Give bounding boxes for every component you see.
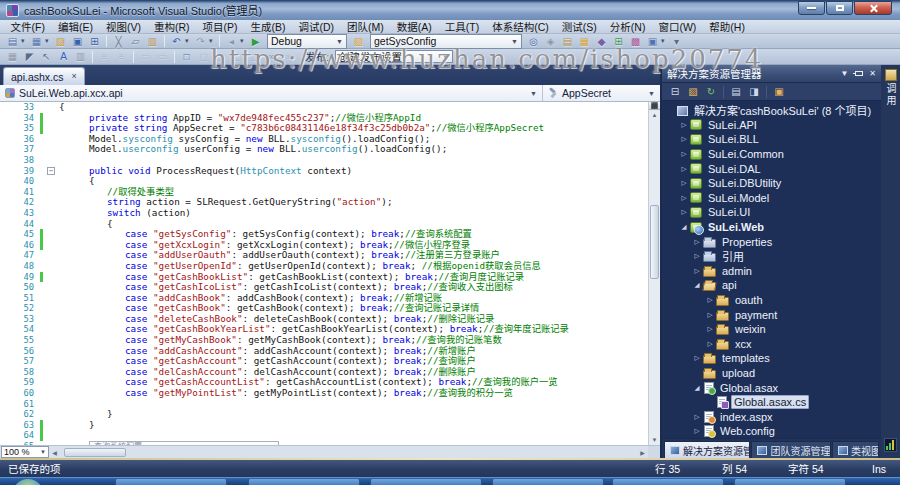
tree-item[interactable]: Global.asax.cs xyxy=(662,395,881,410)
horizontal-scroll-thumb[interactable] xyxy=(64,448,126,457)
menu-item[interactable]: 团队(M) xyxy=(341,19,391,34)
collapsed-arrow-icon[interactable]: ▷ xyxy=(679,194,689,202)
view-designer-icon[interactable]: ◨ xyxy=(746,85,762,99)
menu-item[interactable]: 文件(F) xyxy=(4,19,51,34)
solution-explorer-icon[interactable]: ▤ xyxy=(560,35,575,48)
menu-item[interactable]: 编辑(E) xyxy=(51,19,99,34)
task-bubble-icon[interactable]: ◻ xyxy=(230,50,245,63)
tree-item[interactable]: upload xyxy=(662,366,881,381)
menu-item[interactable]: 分析(N) xyxy=(603,19,652,34)
solution-explorer-titlebar[interactable]: 解决方案资源管理器 ▼ ✕ xyxy=(662,65,881,83)
menu-item[interactable]: 调试(D) xyxy=(292,19,341,34)
start-page-icon[interactable]: ▩ xyxy=(628,35,643,48)
tree-item[interactable]: ▷xcx xyxy=(662,337,881,352)
collapsed-arrow-icon[interactable]: ▷ xyxy=(679,150,689,158)
tree-item[interactable]: ▷Properties xyxy=(662,234,881,249)
collapsed-arrow-icon[interactable]: ▷ xyxy=(692,427,702,435)
navigate-icon[interactable]: ▥ xyxy=(73,50,88,63)
menu-item[interactable]: 重构(R) xyxy=(147,19,196,34)
menu-item[interactable]: 项目(P) xyxy=(196,19,244,34)
restore-button[interactable] xyxy=(826,1,853,15)
navigate-back-icon-dropdown[interactable]: ▾ xyxy=(240,37,247,45)
unlink-icon[interactable]: ∞ xyxy=(281,50,296,63)
add-item-icon-dropdown[interactable]: ▾ xyxy=(45,37,52,45)
collapsed-arrow-icon[interactable]: ▷ xyxy=(692,267,702,275)
collapsed-arrow-icon[interactable]: ▷ xyxy=(679,179,689,187)
publish-profile-combo[interactable]: 创建发布设置 ▼ xyxy=(335,50,453,63)
collapsed-arrow-icon[interactable]: ▷ xyxy=(679,135,689,143)
find-symbol-icon[interactable]: ◈ xyxy=(543,35,558,48)
cut-icon[interactable]: ╳ xyxy=(111,35,126,48)
publish-settings-icon[interactable]: ✳ xyxy=(474,50,489,63)
close-panel-icon[interactable]: ✕ xyxy=(869,69,876,78)
solution-tree[interactable]: 解决方案'cashBookSuLei' (8 个项目)▷SuLei.API▷Su… xyxy=(662,101,881,438)
tree-item[interactable]: 解决方案'cashBookSuLei' (8 个项目) xyxy=(662,103,881,118)
collapsed-arrow-icon[interactable]: ▷ xyxy=(679,165,689,173)
open-file-icon[interactable]: ▨ xyxy=(53,35,68,48)
menu-item[interactable]: 工具(T) xyxy=(438,19,485,34)
zoom-combo[interactable]: 100 % ▼ xyxy=(1,446,49,458)
tree-item[interactable]: ▷index.aspx xyxy=(662,409,881,424)
start-debug-icon[interactable]: ▶ xyxy=(248,35,263,48)
scroll-down-icon[interactable]: ▼ xyxy=(649,435,660,445)
tree-item[interactable]: ▷admin xyxy=(662,264,881,279)
tree-item[interactable]: ▷templates xyxy=(662,351,881,366)
redo-icon[interactable]: ↷ xyxy=(193,35,208,48)
taskbar-button[interactable] xyxy=(115,479,227,485)
collapsed-arrow-icon[interactable]: ▷ xyxy=(692,354,702,362)
collapsed-arrow-icon[interactable]: ▷ xyxy=(705,311,715,319)
code-line[interactable]: 42string action = SLRequest.GetQueryStri… xyxy=(0,197,648,208)
tab-close-icon[interactable]: × xyxy=(72,72,77,81)
code-line[interactable]: 35private string AppSecret = "c783b6c084… xyxy=(0,123,648,134)
show-all-files-icon[interactable]: ▧ xyxy=(685,85,701,99)
menu-item[interactable]: 窗口(W) xyxy=(652,19,703,34)
tree-item[interactable]: ▷SuLei.BLL xyxy=(662,132,881,147)
tree-item[interactable]: ▷SuLei.UI xyxy=(662,205,881,220)
expanded-arrow-icon[interactable]: ◢ xyxy=(679,223,689,231)
menu-item[interactable]: 数据(A) xyxy=(390,19,438,34)
collapsed-arrow-icon[interactable]: ▷ xyxy=(692,238,702,246)
uncomment-icon[interactable]: ▭ xyxy=(155,50,170,63)
code-line[interactable]: 36Model.sysconfig sysConfig = new BLL.sy… xyxy=(0,134,648,145)
tree-item[interactable]: ◢SuLei.Web xyxy=(662,220,881,235)
debug-configuration-combo[interactable]: Debug ▼ xyxy=(267,34,347,49)
undo-icon-dropdown[interactable]: ▾ xyxy=(185,37,192,45)
select-mode-icon[interactable]: ↖ xyxy=(39,50,54,63)
collapsed-arrow-icon[interactable]: ▷ xyxy=(679,208,689,216)
vertical-scrollbar[interactable]: ⬛ ▲ ▼ xyxy=(648,102,660,445)
code-line[interactable]: 57case "getCashAccount": getCashAccount(… xyxy=(0,356,648,367)
save-icon[interactable]: ▣ xyxy=(70,35,85,48)
tree-item[interactable]: ▷引用 xyxy=(662,249,881,264)
view-code-icon[interactable]: ▤ xyxy=(728,85,744,99)
code-line[interactable]: 33{ xyxy=(0,102,648,113)
code-line[interactable]: 38 xyxy=(0,155,648,166)
tree-item[interactable]: ▷Web.config xyxy=(662,424,881,438)
undo-icon[interactable]: ↶ xyxy=(169,35,184,48)
code-line[interactable]: 50case "getCashIcoList": getCashIcoList(… xyxy=(0,282,648,293)
vertical-scroll-track[interactable] xyxy=(649,120,660,435)
taskbar-button[interactable] xyxy=(734,479,846,485)
redo-icon-dropdown[interactable]: ▾ xyxy=(209,37,216,45)
taskbar-button[interactable] xyxy=(248,479,360,485)
code-line[interactable]: 44{ xyxy=(0,219,648,230)
splitter-handle[interactable]: ⬛ xyxy=(649,102,660,110)
code-line[interactable]: 40{ xyxy=(0,176,648,187)
collapsed-arrow-icon[interactable]: ▷ xyxy=(679,121,689,129)
deploy-icon[interactable]: ▸ xyxy=(457,50,472,63)
scroll-up-icon[interactable]: ▲ xyxy=(649,110,660,120)
menu-item[interactable]: 帮助(H) xyxy=(703,19,752,34)
code-line[interactable]: 46case "getXcxLogin": getXcxLogin(contex… xyxy=(0,240,648,251)
code-line[interactable]: 64 xyxy=(0,430,648,441)
pointer-icon[interactable]: ◤ xyxy=(22,50,37,63)
increase-indent-icon[interactable]: ≡ xyxy=(114,50,129,63)
code-line[interactable]: 52case "getCashBook": getCashBook(contex… xyxy=(0,303,648,314)
code-line[interactable]: 34private string AppID = "wx7de948fec455… xyxy=(0,113,648,124)
taskbar-button[interactable] xyxy=(612,479,724,485)
menu-item[interactable]: 视图(V) xyxy=(99,19,147,34)
code-line[interactable]: 60case "getMyPointList": getMyPointList(… xyxy=(0,388,648,399)
panel-tab[interactable]: 团队资源管理器 xyxy=(751,441,831,458)
code-line[interactable]: 59case "getCashAccountList": getCashAcco… xyxy=(0,377,648,388)
comment-icon[interactable]: ▭ xyxy=(138,50,153,63)
menu-item[interactable]: 测试(S) xyxy=(555,19,603,34)
review-bubble-icon[interactable]: ◻ xyxy=(247,50,262,63)
